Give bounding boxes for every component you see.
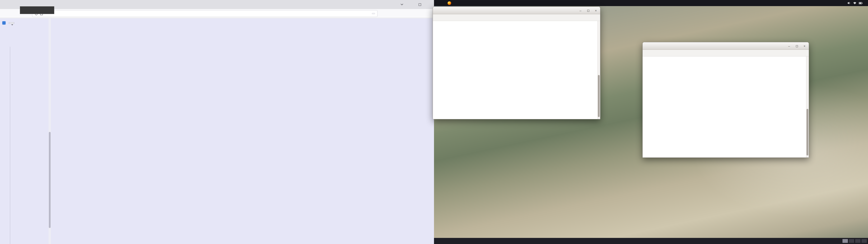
back-button[interactable] (1, 10, 9, 18)
terminal1-menubar (433, 14, 600, 21)
workspace-3[interactable] (855, 239, 861, 243)
jsroot-page (0, 18, 434, 244)
zoom-level-badge[interactable] (372, 13, 375, 14)
extensions-overflow-button[interactable] (379, 10, 386, 18)
browser-tab-bar (0, 0, 434, 9)
right-monitor-desktop: – × – × (434, 0, 868, 244)
status-icon-tray (847, 2, 863, 4)
close-button[interactable]: × (594, 9, 598, 12)
terminal2-titlebar[interactable]: – × (643, 42, 809, 50)
url-bar[interactable] (32, 10, 377, 17)
minimize-button[interactable] (405, 0, 415, 9)
terminal2-menubar (643, 50, 809, 57)
minimize-button[interactable]: – (579, 9, 583, 12)
gnome-top-bar (434, 0, 868, 6)
workspace-4[interactable] (861, 239, 867, 243)
maximize-button[interactable] (586, 9, 590, 12)
sidebar-scrollbar[interactable] (49, 18, 51, 244)
window-controls (405, 0, 434, 9)
terminal2-scrollbar[interactable] (806, 57, 809, 157)
terminal1-window-controls: – × (579, 7, 598, 14)
terminal1-output[interactable] (433, 21, 600, 119)
workspace-2[interactable] (848, 239, 855, 243)
forward-button[interactable] (10, 10, 18, 18)
maximize-button[interactable] (415, 0, 425, 9)
left-monitor-firefox-window (0, 0, 434, 244)
firefox-launcher[interactable] (445, 0, 454, 6)
workspace-switcher (842, 239, 867, 243)
terminal1-scrollbar-thumb[interactable] (598, 75, 600, 117)
terminal2-window-controls: – × (787, 42, 807, 50)
volume-icon[interactable] (847, 2, 851, 4)
places-menu[interactable] (439, 0, 445, 6)
terminal1-scrollbar[interactable] (597, 21, 600, 119)
sidebar-scrollbar-thumb[interactable] (49, 132, 51, 228)
applications-menu[interactable] (434, 0, 439, 6)
tab-tooltip (20, 6, 54, 14)
firefox-icon (447, 1, 451, 5)
window-list-taskbar (434, 238, 868, 244)
close-button[interactable]: × (802, 44, 807, 48)
maximize-icon (418, 3, 421, 6)
network-icon[interactable] (853, 2, 857, 4)
monitoring-checkbox[interactable] (2, 21, 6, 25)
list-all-tabs-icon[interactable] (398, 1, 405, 8)
grid-layout-select[interactable] (9, 22, 14, 24)
workspace-1[interactable] (842, 239, 848, 243)
battery-icon[interactable] (859, 2, 863, 4)
root-canvas-grid (51, 18, 434, 244)
terminal-window-carme-sort[interactable]: – × (643, 42, 809, 158)
desktop-root: – × – × (0, 0, 868, 244)
terminal-window-tapedata[interactable]: – × (433, 6, 600, 119)
terminal2-output[interactable] (643, 57, 809, 157)
minimize-button[interactable]: – (787, 44, 791, 48)
browser-navigation-bar (0, 9, 434, 18)
hamburger-menu-icon[interactable] (388, 10, 396, 18)
terminal1-titlebar[interactable]: – × (433, 7, 600, 14)
new-tab-button[interactable] (0, 1, 7, 8)
terminal2-scrollbar-thumb[interactable] (807, 109, 808, 155)
maximize-button[interactable] (795, 44, 799, 48)
